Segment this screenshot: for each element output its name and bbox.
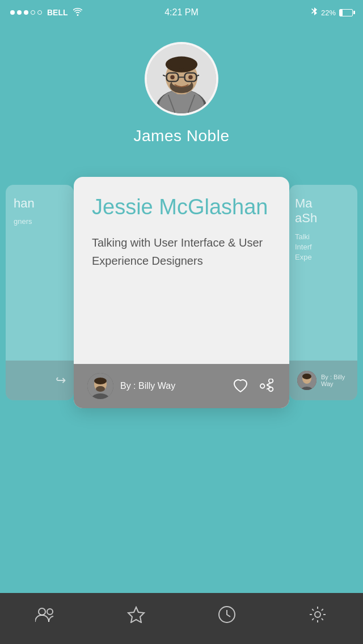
status-right: 22% <box>311 7 353 18</box>
dot-2 <box>17 10 22 15</box>
right-card-author-avatar <box>297 371 316 390</box>
battery-icon <box>339 9 353 16</box>
svg-point-22 <box>94 378 107 384</box>
right-author-img <box>297 371 316 390</box>
tab-favorites[interactable] <box>91 593 182 638</box>
profile-avatar <box>145 42 218 116</box>
svg-point-15 <box>188 75 193 79</box>
right-card-author: By : Billy Way <box>321 374 349 387</box>
svg-point-14 <box>170 75 175 79</box>
card-body: Jessie McGlashan Talking with User Inter… <box>74 177 289 364</box>
wifi-icon <box>73 8 82 18</box>
svg-point-8 <box>172 78 191 87</box>
svg-marker-29 <box>128 607 144 622</box>
dot-1 <box>10 10 15 15</box>
card-right-footer: By : Billy Way <box>289 361 357 400</box>
battery-percentage: 22% <box>321 9 336 17</box>
dot-3 <box>24 10 28 15</box>
heart-icon <box>233 379 248 393</box>
card-description: Talking with User Interface & User Exper… <box>92 234 271 270</box>
gear-icon <box>309 605 327 626</box>
dot-4 <box>31 10 35 15</box>
carrier-label: BELL <box>47 8 68 17</box>
battery-fill <box>340 10 343 16</box>
author-name-label: By : Billy Way <box>120 381 175 391</box>
card-right-title: Ma aSh <box>295 196 352 226</box>
card-left[interactable]: han gners ↪ <box>6 185 74 400</box>
svg-point-17 <box>168 57 195 68</box>
svg-point-21 <box>96 386 105 392</box>
star-icon <box>127 606 145 626</box>
tab-people[interactable] <box>0 593 91 638</box>
card-left-text: gners <box>14 217 66 227</box>
svg-point-27 <box>39 608 45 615</box>
card-main[interactable]: Jessie McGlashan Talking with User Inter… <box>74 177 289 408</box>
card-footer: By : Billy Way <box>74 364 289 408</box>
signal-dots <box>10 10 42 15</box>
card-right-text: Talki Interf Expe <box>295 232 352 263</box>
card-title: Jessie McGlashan <box>92 195 271 220</box>
time-label: 4:21 PM <box>164 7 199 18</box>
share-button[interactable] <box>260 379 276 393</box>
dot-5 <box>37 10 42 15</box>
clock-icon <box>218 605 236 626</box>
profile-section: James Noble <box>0 25 363 162</box>
like-button[interactable] <box>233 379 248 393</box>
status-left: BELL <box>10 8 82 18</box>
svg-point-28 <box>47 609 53 615</box>
author-avatar-img <box>87 373 113 399</box>
card-left-title: han <box>14 196 66 211</box>
svg-point-26 <box>302 374 311 379</box>
card-right[interactable]: Ma aSh Talki Interf Expe By : Billy Way <box>289 185 357 400</box>
card-actions <box>233 379 276 393</box>
author-avatar <box>87 373 113 399</box>
tab-bar <box>0 593 363 644</box>
status-bar: BELL 4:21 PM 22% <box>0 0 363 25</box>
avatar-illustration <box>147 44 216 113</box>
card-left-footer: ↪ <box>6 361 74 400</box>
profile-name: James Noble <box>134 127 230 145</box>
bluetooth-icon <box>311 7 318 18</box>
share-icon <box>260 379 276 393</box>
cards-area: han gners ↪ Jessie McGlashan Talking wit… <box>0 162 363 423</box>
share-icon-left: ↪ <box>56 373 66 388</box>
card-author: By : Billy Way <box>87 373 175 399</box>
people-icon <box>35 606 56 626</box>
tab-history[interactable] <box>182 593 272 638</box>
tab-settings[interactable] <box>272 593 363 638</box>
svg-point-31 <box>315 612 320 617</box>
